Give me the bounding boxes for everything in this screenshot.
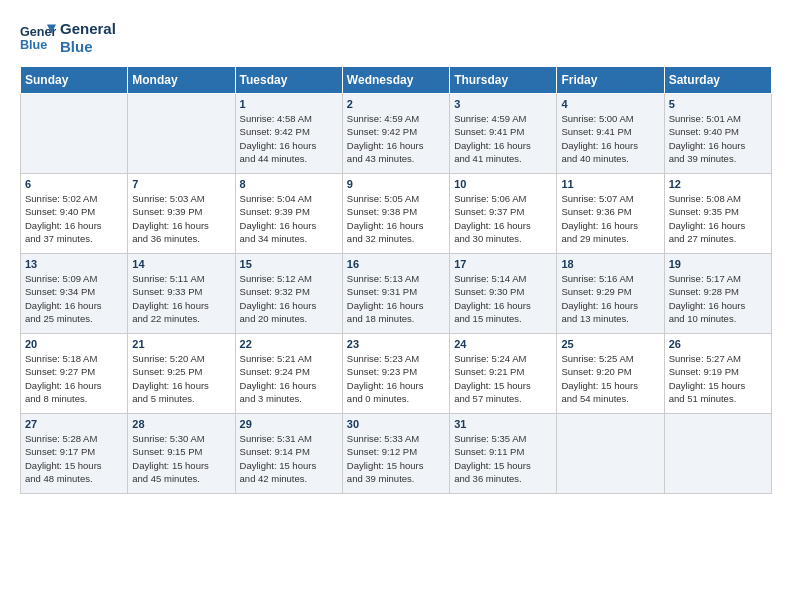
calendar-cell: 9Sunrise: 5:05 AM Sunset: 9:38 PM Daylig… xyxy=(342,174,449,254)
calendar-cell: 18Sunrise: 5:16 AM Sunset: 9:29 PM Dayli… xyxy=(557,254,664,334)
calendar-week-1: 1Sunrise: 4:58 AM Sunset: 9:42 PM Daylig… xyxy=(21,94,772,174)
calendar-week-5: 27Sunrise: 5:28 AM Sunset: 9:17 PM Dayli… xyxy=(21,414,772,494)
day-info: Sunrise: 5:25 AM Sunset: 9:20 PM Dayligh… xyxy=(561,352,659,405)
day-info: Sunrise: 5:33 AM Sunset: 9:12 PM Dayligh… xyxy=(347,432,445,485)
day-info: Sunrise: 5:12 AM Sunset: 9:32 PM Dayligh… xyxy=(240,272,338,325)
day-info: Sunrise: 5:06 AM Sunset: 9:37 PM Dayligh… xyxy=(454,192,552,245)
day-info: Sunrise: 5:11 AM Sunset: 9:33 PM Dayligh… xyxy=(132,272,230,325)
calendar-cell: 29Sunrise: 5:31 AM Sunset: 9:14 PM Dayli… xyxy=(235,414,342,494)
day-info: Sunrise: 5:35 AM Sunset: 9:11 PM Dayligh… xyxy=(454,432,552,485)
day-number: 27 xyxy=(25,418,123,430)
day-header-tuesday: Tuesday xyxy=(235,67,342,94)
day-info: Sunrise: 5:14 AM Sunset: 9:30 PM Dayligh… xyxy=(454,272,552,325)
logo: General Blue GeneralBlue xyxy=(20,20,116,56)
day-header-friday: Friday xyxy=(557,67,664,94)
day-info: Sunrise: 5:27 AM Sunset: 9:19 PM Dayligh… xyxy=(669,352,767,405)
calendar-cell: 26Sunrise: 5:27 AM Sunset: 9:19 PM Dayli… xyxy=(664,334,771,414)
day-header-saturday: Saturday xyxy=(664,67,771,94)
calendar-cell: 27Sunrise: 5:28 AM Sunset: 9:17 PM Dayli… xyxy=(21,414,128,494)
day-info: Sunrise: 5:01 AM Sunset: 9:40 PM Dayligh… xyxy=(669,112,767,165)
day-info: Sunrise: 5:28 AM Sunset: 9:17 PM Dayligh… xyxy=(25,432,123,485)
calendar-cell: 4Sunrise: 5:00 AM Sunset: 9:41 PM Daylig… xyxy=(557,94,664,174)
day-number: 18 xyxy=(561,258,659,270)
calendar-cell: 12Sunrise: 5:08 AM Sunset: 9:35 PM Dayli… xyxy=(664,174,771,254)
day-number: 20 xyxy=(25,338,123,350)
day-number: 28 xyxy=(132,418,230,430)
day-header-sunday: Sunday xyxy=(21,67,128,94)
day-number: 24 xyxy=(454,338,552,350)
calendar-cell xyxy=(128,94,235,174)
day-number: 3 xyxy=(454,98,552,110)
calendar-cell: 11Sunrise: 5:07 AM Sunset: 9:36 PM Dayli… xyxy=(557,174,664,254)
calendar-header: SundayMondayTuesdayWednesdayThursdayFrid… xyxy=(21,67,772,94)
day-info: Sunrise: 5:04 AM Sunset: 9:39 PM Dayligh… xyxy=(240,192,338,245)
calendar-cell: 14Sunrise: 5:11 AM Sunset: 9:33 PM Dayli… xyxy=(128,254,235,334)
day-info: Sunrise: 4:59 AM Sunset: 9:41 PM Dayligh… xyxy=(454,112,552,165)
day-number: 22 xyxy=(240,338,338,350)
day-info: Sunrise: 5:17 AM Sunset: 9:28 PM Dayligh… xyxy=(669,272,767,325)
day-number: 31 xyxy=(454,418,552,430)
day-number: 12 xyxy=(669,178,767,190)
calendar-cell: 21Sunrise: 5:20 AM Sunset: 9:25 PM Dayli… xyxy=(128,334,235,414)
day-number: 1 xyxy=(240,98,338,110)
calendar-table: SundayMondayTuesdayWednesdayThursdayFrid… xyxy=(20,66,772,494)
day-number: 16 xyxy=(347,258,445,270)
day-number: 10 xyxy=(454,178,552,190)
calendar-cell: 31Sunrise: 5:35 AM Sunset: 9:11 PM Dayli… xyxy=(450,414,557,494)
day-header-wednesday: Wednesday xyxy=(342,67,449,94)
calendar-cell xyxy=(21,94,128,174)
day-number: 25 xyxy=(561,338,659,350)
calendar-cell: 24Sunrise: 5:24 AM Sunset: 9:21 PM Dayli… xyxy=(450,334,557,414)
day-info: Sunrise: 5:07 AM Sunset: 9:36 PM Dayligh… xyxy=(561,192,659,245)
calendar-cell: 1Sunrise: 4:58 AM Sunset: 9:42 PM Daylig… xyxy=(235,94,342,174)
day-info: Sunrise: 5:16 AM Sunset: 9:29 PM Dayligh… xyxy=(561,272,659,325)
day-info: Sunrise: 5:03 AM Sunset: 9:39 PM Dayligh… xyxy=(132,192,230,245)
day-number: 4 xyxy=(561,98,659,110)
day-info: Sunrise: 5:30 AM Sunset: 9:15 PM Dayligh… xyxy=(132,432,230,485)
calendar-cell: 6Sunrise: 5:02 AM Sunset: 9:40 PM Daylig… xyxy=(21,174,128,254)
day-number: 29 xyxy=(240,418,338,430)
day-number: 11 xyxy=(561,178,659,190)
calendar-cell: 22Sunrise: 5:21 AM Sunset: 9:24 PM Dayli… xyxy=(235,334,342,414)
calendar-cell xyxy=(557,414,664,494)
day-number: 15 xyxy=(240,258,338,270)
day-number: 13 xyxy=(25,258,123,270)
day-number: 6 xyxy=(25,178,123,190)
calendar-cell: 13Sunrise: 5:09 AM Sunset: 9:34 PM Dayli… xyxy=(21,254,128,334)
day-number: 2 xyxy=(347,98,445,110)
calendar-cell: 5Sunrise: 5:01 AM Sunset: 9:40 PM Daylig… xyxy=(664,94,771,174)
day-number: 21 xyxy=(132,338,230,350)
logo-icon: General Blue xyxy=(20,20,56,56)
calendar-cell: 10Sunrise: 5:06 AM Sunset: 9:37 PM Dayli… xyxy=(450,174,557,254)
calendar-cell: 19Sunrise: 5:17 AM Sunset: 9:28 PM Dayli… xyxy=(664,254,771,334)
day-info: Sunrise: 5:20 AM Sunset: 9:25 PM Dayligh… xyxy=(132,352,230,405)
day-info: Sunrise: 5:18 AM Sunset: 9:27 PM Dayligh… xyxy=(25,352,123,405)
calendar-cell: 7Sunrise: 5:03 AM Sunset: 9:39 PM Daylig… xyxy=(128,174,235,254)
day-info: Sunrise: 4:59 AM Sunset: 9:42 PM Dayligh… xyxy=(347,112,445,165)
calendar-cell: 2Sunrise: 4:59 AM Sunset: 9:42 PM Daylig… xyxy=(342,94,449,174)
calendar-cell: 17Sunrise: 5:14 AM Sunset: 9:30 PM Dayli… xyxy=(450,254,557,334)
day-number: 30 xyxy=(347,418,445,430)
calendar-cell: 23Sunrise: 5:23 AM Sunset: 9:23 PM Dayli… xyxy=(342,334,449,414)
calendar-cell: 3Sunrise: 4:59 AM Sunset: 9:41 PM Daylig… xyxy=(450,94,557,174)
day-number: 19 xyxy=(669,258,767,270)
calendar-cell: 30Sunrise: 5:33 AM Sunset: 9:12 PM Dayli… xyxy=(342,414,449,494)
day-info: Sunrise: 5:05 AM Sunset: 9:38 PM Dayligh… xyxy=(347,192,445,245)
day-number: 14 xyxy=(132,258,230,270)
day-info: Sunrise: 5:21 AM Sunset: 9:24 PM Dayligh… xyxy=(240,352,338,405)
calendar-week-4: 20Sunrise: 5:18 AM Sunset: 9:27 PM Dayli… xyxy=(21,334,772,414)
day-number: 8 xyxy=(240,178,338,190)
day-info: Sunrise: 5:23 AM Sunset: 9:23 PM Dayligh… xyxy=(347,352,445,405)
page-header: General Blue GeneralBlue xyxy=(20,20,772,56)
calendar-cell: 8Sunrise: 5:04 AM Sunset: 9:39 PM Daylig… xyxy=(235,174,342,254)
day-header-thursday: Thursday xyxy=(450,67,557,94)
calendar-week-3: 13Sunrise: 5:09 AM Sunset: 9:34 PM Dayli… xyxy=(21,254,772,334)
day-number: 17 xyxy=(454,258,552,270)
day-info: Sunrise: 4:58 AM Sunset: 9:42 PM Dayligh… xyxy=(240,112,338,165)
day-header-monday: Monday xyxy=(128,67,235,94)
calendar-cell: 15Sunrise: 5:12 AM Sunset: 9:32 PM Dayli… xyxy=(235,254,342,334)
calendar-cell: 28Sunrise: 5:30 AM Sunset: 9:15 PM Dayli… xyxy=(128,414,235,494)
logo-text: GeneralBlue xyxy=(60,20,116,56)
day-number: 7 xyxy=(132,178,230,190)
day-number: 26 xyxy=(669,338,767,350)
